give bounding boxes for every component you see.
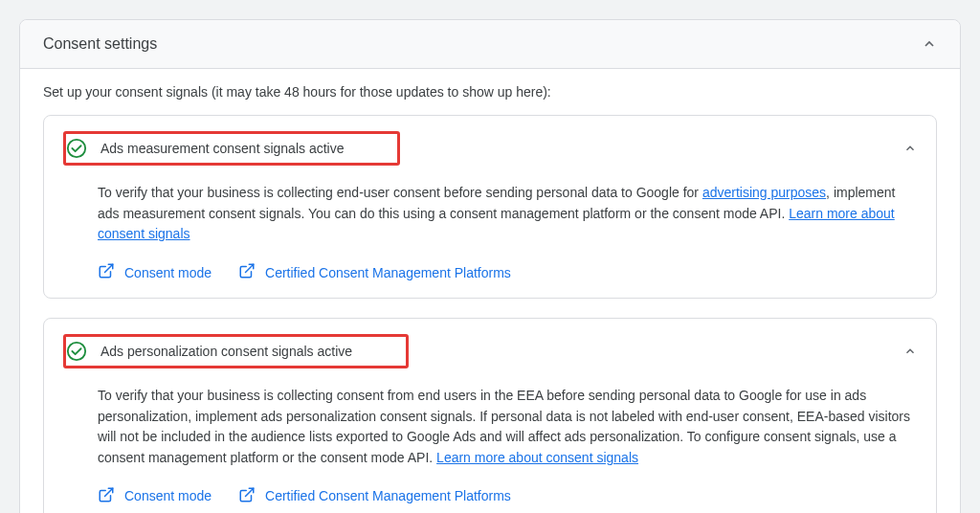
open-in-new-icon: [98, 262, 115, 282]
advertising-purposes-link[interactable]: advertising purposes: [702, 185, 826, 200]
ccmp-link[interactable]: Certified Consent Management Platforms: [238, 262, 511, 282]
highlight-annotation: Ads measurement consent signals active: [63, 131, 400, 166]
svg-point-0: [68, 140, 85, 157]
open-in-new-icon: [238, 486, 256, 506]
panel-title: Consent settings: [43, 35, 157, 53]
ads-personalization-card: Ads personalization consent signals acti…: [43, 318, 937, 513]
ads-measurement-title: Ads measurement consent signals active: [100, 141, 344, 156]
svg-line-2: [246, 264, 254, 272]
check-circle-icon: [66, 341, 87, 362]
check-circle-icon: [66, 138, 87, 159]
panel-header[interactable]: Consent settings: [20, 20, 960, 69]
ads-measurement-body: To verify that your business is collecti…: [63, 166, 917, 282]
consent-mode-link[interactable]: Consent mode: [98, 486, 212, 506]
svg-line-1: [105, 264, 113, 272]
action-row: Consent mode Certified Consent Managemen…: [98, 262, 917, 282]
ads-measurement-card-header[interactable]: Ads measurement consent signals active: [63, 131, 917, 166]
svg-line-5: [246, 488, 254, 496]
ads-personalization-body: To verify that your business is collecti…: [63, 368, 917, 506]
intro-text: Set up your consent signals (it may take…: [43, 84, 937, 100]
ads-measurement-description: To verify that your business is collecti…: [98, 183, 917, 245]
learn-more-consent-signals-link[interactable]: Learn more about consent signals: [436, 450, 638, 465]
consent-mode-link[interactable]: Consent mode: [98, 262, 212, 282]
svg-point-3: [68, 343, 85, 360]
highlight-annotation: Ads personalization consent signals acti…: [63, 334, 409, 368]
panel-body: Set up your consent signals (it may take…: [20, 69, 960, 513]
svg-line-4: [105, 488, 113, 496]
ads-personalization-description: To verify that your business is collecti…: [98, 386, 917, 469]
chevron-up-icon: [903, 142, 917, 155]
ads-personalization-title: Ads personalization consent signals acti…: [100, 344, 352, 359]
chevron-up-icon: [903, 345, 917, 358]
open-in-new-icon: [98, 486, 115, 506]
action-row: Consent mode Certified Consent Managemen…: [98, 486, 917, 506]
ccmp-link[interactable]: Certified Consent Management Platforms: [238, 486, 511, 506]
open-in-new-icon: [238, 262, 256, 282]
consent-settings-panel: Consent settings Set up your consent sig…: [19, 19, 961, 513]
chevron-up-icon: [922, 36, 937, 52]
ads-measurement-card: Ads measurement consent signals active T…: [43, 115, 937, 299]
ads-personalization-card-header[interactable]: Ads personalization consent signals acti…: [63, 334, 917, 368]
